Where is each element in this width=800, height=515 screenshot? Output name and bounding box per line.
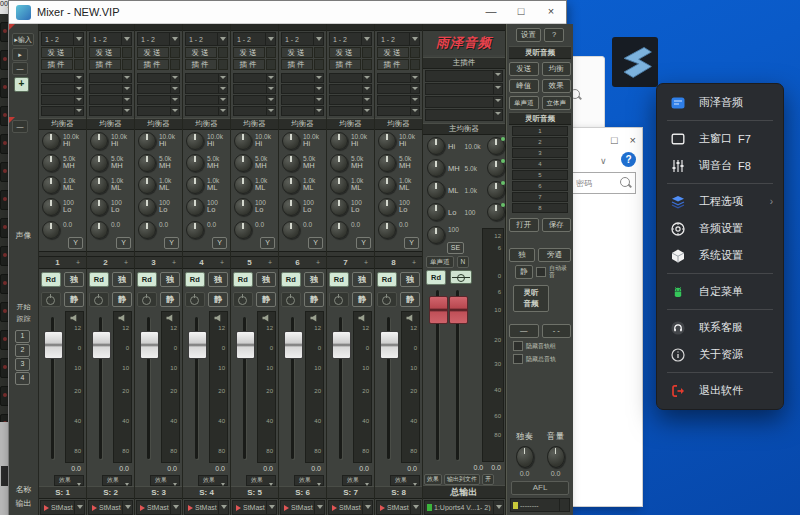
mono-button[interactable]: 单声道 [509, 96, 539, 110]
fx-select[interactable]: 效果 [54, 475, 84, 486]
plugin-slot[interactable] [281, 73, 324, 83]
input-select[interactable]: 1 - 2 [329, 32, 372, 46]
send-button[interactable]: 发送 [509, 62, 539, 76]
channel-number-bar[interactable]: 2 + [87, 257, 134, 269]
plugin-slot[interactable] [233, 84, 276, 94]
eq-ml-knob[interactable] [427, 181, 445, 199]
input-select[interactable]: 1 - 2 [233, 32, 276, 46]
plugin-slot[interactable] [377, 73, 420, 83]
plugin-slot[interactable] [185, 95, 228, 105]
volume-fader[interactable] [284, 331, 303, 359]
plugin-slot[interactable] [185, 84, 228, 94]
mute-button[interactable]: 静 [208, 292, 228, 307]
desktop-app-icon[interactable] [612, 37, 658, 87]
channel-number-bar[interactable]: 5 + [231, 257, 278, 269]
plugin-tab[interactable]: 插件 [137, 59, 169, 70]
mono-button[interactable]: 单声道 [426, 256, 454, 268]
settings-button[interactable]: 设置 [516, 28, 541, 42]
preset-slot-3[interactable]: 3 [512, 148, 568, 158]
close-button[interactable]: × [536, 1, 566, 23]
output-select[interactable]: StMast [376, 500, 421, 515]
plugin-slot[interactable] [89, 73, 132, 83]
output-to-file-button[interactable]: 输出到文件 [444, 474, 480, 485]
pan-y-button[interactable]: Y [164, 237, 179, 249]
power-button[interactable] [185, 292, 205, 307]
fx-select[interactable]: 效果 [150, 475, 180, 486]
plugin-slot[interactable] [89, 84, 132, 94]
hide-track-group-checkbox[interactable] [513, 341, 523, 351]
eq-lo-knob[interactable] [378, 198, 396, 216]
plugin-slot[interactable] [137, 84, 180, 94]
plugin-tab[interactable]: 插件 [329, 59, 361, 70]
record-button[interactable]: Rd [137, 272, 157, 287]
send-tab[interactable]: 发送 [329, 47, 361, 58]
hide-master-track-checkbox[interactable] [513, 354, 523, 364]
plugin-slot[interactable] [233, 106, 276, 116]
eq-hi-knob[interactable] [138, 132, 156, 150]
eq-mh-knob[interactable] [330, 154, 348, 172]
group-button-2[interactable]: 2 [15, 344, 30, 357]
channel-name[interactable]: S: 6 [279, 486, 326, 499]
plugin-slot[interactable] [377, 106, 420, 116]
plugin-slot[interactable] [329, 106, 372, 116]
plugin-slot[interactable] [425, 96, 503, 108]
input-select[interactable]: 1 - 2 [281, 32, 324, 46]
pan-y-button[interactable]: Y [212, 237, 227, 249]
plus-icon[interactable]: + [124, 259, 134, 266]
preset-slot-6[interactable]: 6 [512, 181, 568, 191]
phase-button[interactable] [450, 270, 472, 284]
eq-hi-gain-knob[interactable] [487, 137, 505, 155]
preset-slot-2[interactable]: 2 [512, 137, 568, 147]
power-button[interactable] [41, 292, 61, 307]
solo-button[interactable]: 独 [64, 272, 84, 287]
plugin-tab[interactable]: 插件 [41, 59, 73, 70]
plus-icon[interactable]: + [172, 259, 182, 266]
volume-fader[interactable] [92, 331, 111, 359]
volume-fader[interactable] [44, 331, 63, 359]
eq-hi-knob[interactable] [330, 132, 348, 150]
plugin-tab[interactable]: 插件 [281, 59, 313, 70]
mute-button[interactable]: 静 [352, 292, 372, 307]
mute-button[interactable]: 静 [400, 292, 420, 307]
power-button[interactable] [377, 292, 397, 307]
monitor-route-select[interactable]: -------- [510, 498, 570, 512]
send-tab[interactable]: 发送 [233, 47, 265, 58]
plugin-tab[interactable]: 插件 [233, 59, 265, 70]
chevron-down-icon[interactable]: ∨ [600, 156, 607, 166]
plugin-slot[interactable] [281, 106, 324, 116]
volume-fader[interactable] [188, 331, 207, 359]
plus-icon[interactable]: + [76, 259, 86, 266]
input-select[interactable]: 1 - 2 [185, 32, 228, 46]
solo-button[interactable]: 独 [400, 272, 420, 287]
channel-number-bar[interactable]: 3 + [135, 257, 182, 269]
search-input[interactable]: 密码 [572, 172, 636, 194]
fx-button[interactable]: 效果 [542, 79, 572, 93]
pan-knob[interactable] [90, 221, 108, 239]
plugin-slot[interactable] [377, 95, 420, 105]
plugin-slot[interactable] [89, 106, 132, 116]
pan-y-button[interactable]: Y [308, 237, 323, 249]
power-button[interactable] [137, 292, 157, 307]
eq-collapse-button[interactable]: — [12, 120, 28, 133]
plugin-slot[interactable] [137, 106, 180, 116]
pan-y-button[interactable]: Y [356, 237, 371, 249]
eq-mh-knob[interactable] [138, 154, 156, 172]
plugin-slot[interactable] [377, 84, 420, 94]
eq-mh-gain-knob[interactable] [487, 159, 505, 177]
maximize-button[interactable]: □ [506, 1, 536, 23]
plus-icon[interactable]: + [316, 259, 326, 266]
eq-ml-knob[interactable] [234, 176, 252, 194]
send-tab[interactable]: 发送 [377, 47, 409, 58]
preset-slot-5[interactable]: 5 [512, 170, 568, 180]
send-tab[interactable]: 发送 [185, 47, 217, 58]
menu-item-custom-menu[interactable]: 自定菜单 [657, 278, 783, 305]
eq-hi-knob[interactable] [282, 132, 300, 150]
mute-button[interactable]: 静 [256, 292, 276, 307]
master-pan-knob[interactable] [427, 226, 445, 244]
volume-fader[interactable] [140, 331, 159, 359]
pan-knob[interactable] [186, 221, 204, 239]
output-select[interactable]: StMast [40, 500, 85, 515]
preset-slot-8[interactable]: 8 [512, 203, 568, 213]
master-fx-button[interactable]: 效果 [424, 474, 442, 485]
plugin-slot[interactable] [41, 95, 84, 105]
